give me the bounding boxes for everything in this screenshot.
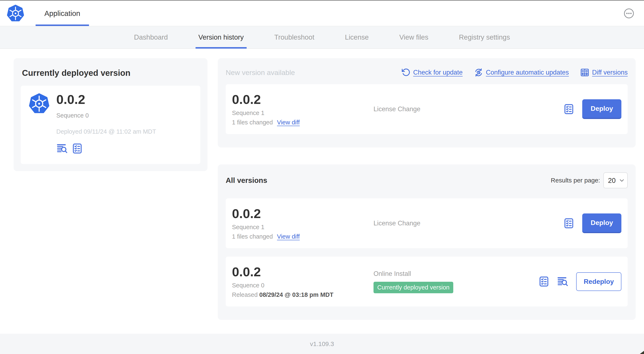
all-versions-header: All versions Results per page: 20 bbox=[226, 172, 628, 188]
released-row: Released 08/29/24 @ 03:18 pm MDT bbox=[232, 291, 374, 298]
admin-console-version: v1.109.3 bbox=[310, 340, 334, 347]
right-column: New version available Check for update C… bbox=[218, 58, 636, 320]
released-prefix: Released bbox=[232, 291, 258, 298]
tab-version-history[interactable]: Version history bbox=[196, 26, 247, 48]
diff-versions-link[interactable]: Diff versions bbox=[580, 68, 628, 77]
source-label: License Change bbox=[374, 105, 420, 113]
row-icons bbox=[563, 103, 575, 115]
row-actions: Deploy bbox=[563, 99, 622, 119]
kubernetes-logo-icon bbox=[6, 5, 25, 22]
currently-deployed-badge: Currently deployed version bbox=[374, 282, 453, 293]
view-diff-link[interactable]: View diff bbox=[277, 233, 300, 240]
ellipsis-icon bbox=[624, 8, 634, 19]
currently-deployed-title: Currently deployed version bbox=[22, 68, 199, 78]
deploy-logs-button[interactable] bbox=[557, 276, 569, 287]
tab-license[interactable]: License bbox=[342, 26, 372, 48]
check-for-update-label: Check for update bbox=[413, 69, 463, 76]
version-info: 0.0.2 Sequence 0 Released 08/29/24 @ 03:… bbox=[232, 265, 374, 298]
app-tab[interactable]: Application bbox=[36, 1, 89, 26]
version-sequence: Sequence 1 bbox=[232, 110, 374, 117]
all-versions-title: All versions bbox=[226, 176, 267, 185]
deploy-logs-button[interactable] bbox=[56, 143, 68, 154]
row-icons bbox=[538, 276, 569, 287]
app-icon bbox=[28, 93, 50, 114]
version-source: License Change bbox=[374, 219, 559, 227]
version-config-button[interactable] bbox=[72, 143, 83, 154]
deployed-version-number: 0.0.2 bbox=[56, 92, 156, 107]
version-number: 0.0.2 bbox=[232, 92, 374, 107]
all-versions-section: All versions Results per page: 20 bbox=[218, 164, 636, 320]
version-config-button[interactable] bbox=[563, 103, 575, 115]
configure-automatic-updates-label: Configure automatic updates bbox=[486, 69, 569, 76]
currently-deployed-info: 0.0.2 Sequence 0 Deployed 09/11/24 @ 11:… bbox=[56, 92, 156, 157]
version-config-button[interactable] bbox=[538, 276, 550, 287]
tab-registry-settings[interactable]: Registry settings bbox=[456, 26, 513, 48]
config-checklist-icon bbox=[538, 276, 550, 287]
app-footer: v1.109.3 bbox=[0, 334, 644, 354]
files-changed-text: 1 files changed bbox=[232, 233, 273, 240]
tab-troubleshoot[interactable]: Troubleshoot bbox=[271, 26, 317, 48]
version-info: 0.0.2 Sequence 1 1 files changed View di… bbox=[232, 92, 374, 126]
version-row: 0.0.2 Sequence 0 Released 08/29/24 @ 03:… bbox=[226, 257, 628, 306]
tab-view-files[interactable]: View files bbox=[396, 26, 431, 48]
deployed-timestamp: Deployed 09/11/24 @ 11:02 am MDT bbox=[56, 128, 156, 135]
schedule-update-icon bbox=[474, 68, 483, 77]
app-title: Application bbox=[44, 9, 80, 18]
app-header: Application bbox=[0, 1, 644, 26]
app-tab-active-underline bbox=[36, 25, 89, 26]
version-number: 0.0.2 bbox=[232, 207, 374, 221]
version-config-button[interactable] bbox=[563, 217, 575, 229]
results-per-page-label: Results per page: bbox=[551, 177, 600, 184]
overflow-menu-button[interactable] bbox=[624, 8, 634, 19]
tab-dashboard[interactable]: Dashboard bbox=[131, 26, 171, 48]
logs-icon bbox=[557, 276, 569, 287]
source-label: License Change bbox=[374, 219, 420, 227]
diff-icon bbox=[580, 68, 589, 77]
refresh-icon bbox=[401, 68, 410, 77]
new-version-title: New version available bbox=[226, 69, 295, 77]
results-per-page-group: Results per page: 20 bbox=[551, 172, 628, 188]
released-date: 08/29/24 @ 03:18 pm MDT bbox=[260, 291, 334, 298]
currently-deployed-panel: Currently deployed version 0.0.2 Sequenc… bbox=[14, 58, 208, 171]
files-changed-row: 1 files changed View diff bbox=[232, 119, 374, 126]
source-label: Online Install bbox=[374, 270, 534, 277]
version-source: License Change bbox=[374, 105, 559, 113]
row-actions: Deploy bbox=[563, 213, 622, 233]
files-changed-text: 1 files changed bbox=[232, 119, 273, 126]
version-source: Online Install Currently deployed versio… bbox=[374, 270, 534, 293]
view-diff-link[interactable]: View diff bbox=[277, 119, 300, 126]
version-sequence: Sequence 0 bbox=[232, 282, 374, 289]
deploy-button[interactable]: Deploy bbox=[582, 99, 622, 119]
row-icons bbox=[563, 217, 575, 229]
new-version-section: New version available Check for update C… bbox=[218, 58, 636, 147]
config-checklist-icon bbox=[563, 217, 575, 229]
new-version-header: New version available Check for update C… bbox=[226, 66, 628, 79]
version-sequence: Sequence 1 bbox=[232, 224, 374, 231]
check-for-update-link[interactable]: Check for update bbox=[401, 68, 463, 77]
kots-admin-page: Application Dashboard Version history Tr… bbox=[0, 0, 644, 354]
files-changed-row: 1 files changed View diff bbox=[232, 233, 374, 240]
deployed-actions bbox=[56, 143, 156, 154]
version-row: 0.0.2 Sequence 1 1 files changed View di… bbox=[226, 198, 628, 248]
currently-deployed-card: 0.0.2 Sequence 0 Deployed 09/11/24 @ 11:… bbox=[21, 86, 200, 164]
version-actions: Check for update Configure automatic upd… bbox=[401, 68, 628, 77]
results-per-page-select[interactable]: 20 bbox=[604, 172, 628, 188]
main-content: Currently deployed version 0.0.2 Sequenc… bbox=[0, 49, 644, 334]
deployed-sequence: Sequence 0 bbox=[56, 112, 156, 119]
configure-automatic-updates-link[interactable]: Configure automatic updates bbox=[474, 68, 569, 77]
row-actions: Redeploy bbox=[538, 272, 622, 291]
deploy-button[interactable]: Deploy bbox=[582, 213, 622, 233]
app-nav: Dashboard Version history Troubleshoot L… bbox=[0, 26, 644, 49]
version-number: 0.0.2 bbox=[232, 265, 374, 279]
version-info: 0.0.2 Sequence 1 1 files changed View di… bbox=[232, 207, 374, 240]
results-per-page-select-wrap: 20 bbox=[604, 172, 628, 188]
new-version-row: 0.0.2 Sequence 1 1 files changed View di… bbox=[226, 84, 628, 134]
logs-icon bbox=[56, 143, 68, 154]
config-checklist-icon bbox=[72, 143, 83, 154]
diff-versions-label: Diff versions bbox=[592, 69, 628, 76]
config-checklist-icon bbox=[563, 103, 575, 115]
redeploy-button[interactable]: Redeploy bbox=[576, 272, 622, 291]
